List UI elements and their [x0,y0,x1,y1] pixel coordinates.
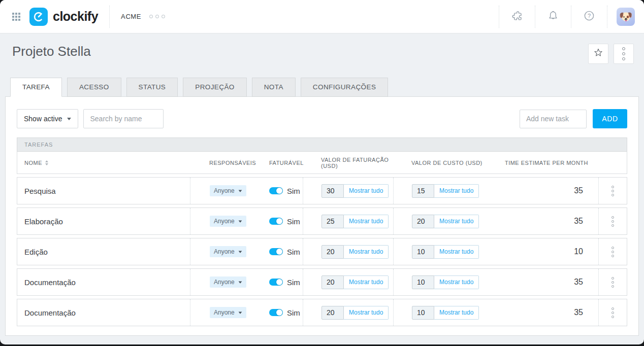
billable-toggle[interactable] [269,187,283,194]
divider [535,6,535,28]
clockify-clock-icon [29,8,48,26]
billable-toggle[interactable] [269,279,283,286]
row-menu-button[interactable] [608,274,617,291]
time-estimate-value: 35 [492,208,598,234]
tab-nota[interactable]: NOTA [252,78,296,97]
help-button[interactable]: ? [573,6,605,28]
cost-rate-input[interactable] [412,306,434,320]
brand-wordmark: clockify [53,9,98,24]
cost-show-all-button[interactable]: Mostrar tudo [434,215,479,228]
table-row: Elaboração Anyone Sim Mostrar tudo Mostr… [17,207,627,235]
workspace-name[interactable]: ACME [121,13,141,20]
task-name: Elaboração [17,208,190,234]
user-avatar[interactable]: 🐶 [617,8,635,26]
top-navbar: clockify ACME ? 🐶 [0,0,644,33]
puzzle-icon [511,10,523,24]
chevron-down-icon [67,118,71,120]
table-row: Pesquisa Anyone Sim Mostrar tudo Mostrar… [17,177,627,204]
row-menu-button[interactable] [608,304,617,321]
tab-bar: TAREFA ACESSO STATUS PROJEÇÃO NOTA CONFI… [0,78,644,97]
add-task-input[interactable] [520,110,587,128]
billable-toggle[interactable] [269,218,283,225]
billing-rate-input[interactable] [321,245,344,259]
cost-rate-input[interactable] [412,184,434,198]
billing-rate-input[interactable] [321,306,344,320]
tasks-section-header: TAREFAS [17,137,627,152]
notifications-button[interactable] [537,6,569,28]
billing-show-all-button[interactable]: Mostrar tudo [344,275,389,289]
task-name: Documentação [17,299,190,326]
billing-show-all-button[interactable]: Mostrar tudo [344,306,389,320]
assignee-dropdown[interactable]: Anyone [210,246,246,257]
cost-rate-input[interactable] [412,245,434,259]
cost-show-all-button[interactable]: Mostrar tudo [434,306,479,320]
table-header-row: NOME RESPONSÁVEIS FATURÁVEL VALOR DE FAT… [17,152,627,174]
chevron-down-icon [238,220,242,222]
table-row: Documentação Anyone Sim Mostrar tudo Mos… [17,268,627,296]
star-icon [593,47,604,60]
divider [109,6,110,28]
billable-label: Sim [287,308,300,317]
task-name: Edição [17,238,190,265]
billable-label: Sim [287,278,300,287]
assignee-dropdown[interactable]: Anyone [210,276,246,288]
show-filter-dropdown[interactable]: Show active [17,109,78,128]
tab-acesso[interactable]: ACESSO [67,78,121,97]
brand-logo[interactable]: clockify [29,8,98,26]
billing-rate-input[interactable] [321,184,344,198]
billable-label: Sim [287,187,300,195]
cost-rate-input[interactable] [412,275,434,289]
column-header-faturavel: FATURÁVEL [251,152,303,174]
cost-rate-input[interactable] [412,215,434,228]
divider [571,6,571,28]
billable-toggle[interactable] [269,248,283,255]
billing-rate-input[interactable] [321,215,344,228]
row-menu-button[interactable] [608,244,617,260]
page-menu-button[interactable] [614,44,634,64]
billable-toggle[interactable] [269,309,283,316]
favorite-button[interactable] [588,44,608,64]
help-icon: ? [583,10,595,24]
row-menu-button[interactable] [608,183,617,199]
billing-show-all-button[interactable]: Mostrar tudo [344,184,389,198]
show-filter-label: Show active [24,115,62,123]
tab-tarefa[interactable]: TAREFA [10,78,62,97]
app-window: clockify ACME ? 🐶 Projeto Stella [0,0,644,344]
column-header-valor-faturacao: VALOR DE FATURAÇÃO (USD) [303,152,393,174]
billing-rate-input[interactable] [321,275,344,289]
row-menu-button[interactable] [608,213,617,230]
tab-status[interactable]: STATUS [126,78,178,97]
search-input[interactable] [83,109,164,128]
apps-grid-button[interactable] [12,13,20,21]
assignee-label: Anyone [214,279,235,286]
time-estimate-value: 35 [492,178,598,204]
integrations-button[interactable] [501,6,533,28]
cost-show-all-button[interactable]: Mostrar tudo [434,275,479,289]
billable-label: Sim [287,217,300,226]
column-header-valor-custo: VALOR DE CUSTO (USD) [393,152,492,174]
billable-label: Sim [287,248,300,256]
billing-show-all-button[interactable]: Mostrar tudo [344,245,389,259]
kebab-icon [622,47,625,60]
page-header: Projeto Stella [0,33,644,64]
cost-show-all-button[interactable]: Mostrar tudo [434,184,479,198]
tab-projecao[interactable]: PROJEÇÃO [183,78,246,97]
assignee-dropdown[interactable]: Anyone [210,216,246,227]
time-estimate-value: 35 [492,299,598,326]
tab-content-panel: Show active ADD TAREFAS NOME RESPONSÁVEI… [5,96,639,336]
tab-configuracoes[interactable]: CONFIGURAÇÕES [301,78,388,97]
workspace-more-button[interactable] [149,15,165,18]
page-title: Projeto Stella [12,44,91,59]
filter-bar: Show active ADD [17,109,627,128]
column-header-nome[interactable]: NOME [17,152,190,174]
cost-show-all-button[interactable]: Mostrar tudo [434,245,479,259]
column-header-responsaveis: RESPONSÁVEIS [190,152,251,174]
assignee-dropdown[interactable]: Anyone [210,307,246,318]
chevron-down-icon [238,251,242,253]
assignee-label: Anyone [214,248,235,255]
add-task-button[interactable]: ADD [593,109,627,128]
billing-show-all-button[interactable]: Mostrar tudo [344,215,389,228]
assignee-dropdown[interactable]: Anyone [210,185,246,196]
time-estimate-value: 10 [492,238,598,265]
table-row: Edição Anyone Sim Mostrar tudo Mostrar t… [17,238,627,265]
